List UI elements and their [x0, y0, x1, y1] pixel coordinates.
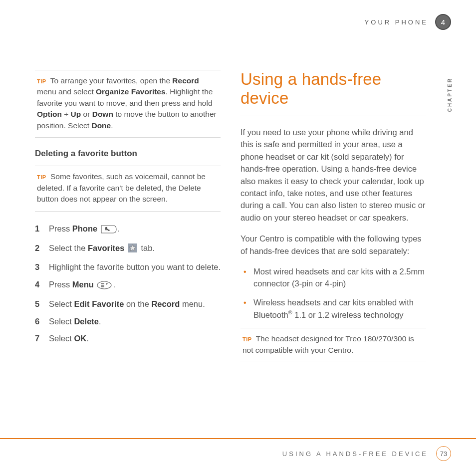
- side-chapter-label: CHAPTER: [447, 77, 453, 112]
- page-number-badge: 73: [436, 446, 451, 461]
- right-column: Using a hands-free device If you need to…: [240, 70, 426, 441]
- step-item: Select the Favorites tab.: [35, 242, 221, 256]
- tip-text: The headset designed for Treo 180/270/30…: [242, 334, 414, 354]
- step-item: Select OK.: [35, 332, 221, 345]
- page-header: YOUR PHONE 4: [365, 14, 451, 30]
- tip-box-delete-restriction: TIP Some favorites, such as voicemail, c…: [35, 166, 221, 211]
- tip-box-treo-headset: TIP The headset designed for Treo 180/27…: [240, 328, 426, 362]
- step-item: Highlight the favorite button you want t…: [35, 261, 221, 273]
- section-rule: [240, 115, 426, 115]
- favorites-star-icon: [128, 243, 138, 256]
- subheading-deleting-favorite: Deleting a favorite button: [35, 149, 221, 159]
- registered-mark: ®: [288, 309, 292, 315]
- tip-text: To arrange your favorites, open the Reco…: [37, 76, 217, 130]
- page-content: TIP To arrange your favorites, open the …: [35, 70, 426, 441]
- left-column: TIP To arrange your favorites, open the …: [35, 70, 221, 441]
- tip-label: TIP: [37, 174, 46, 180]
- step-item: Select Delete.: [35, 315, 221, 328]
- svg-rect-5: [101, 286, 104, 287]
- steps-list: Press Phone . Select the Favorites tab. …: [35, 223, 221, 345]
- phone-button-icon: [101, 225, 117, 237]
- tip-label: TIP: [242, 336, 252, 342]
- svg-rect-3: [101, 283, 104, 284]
- step-item: Press Phone .: [35, 223, 221, 237]
- step-item: Press Menu .: [35, 278, 221, 293]
- page-footer: USING A HANDS-FREE DEVICE 73: [0, 438, 476, 461]
- svg-rect-4: [101, 285, 104, 285]
- header-section-title: YOUR PHONE: [365, 18, 428, 26]
- step-item: Select Edit Favorite on the Record menu.: [35, 298, 221, 310]
- menu-button-icon: [97, 280, 112, 293]
- footer-section-title: USING A HANDS-FREE DEVICE: [282, 450, 428, 458]
- section-title: Using a hands-free device: [240, 70, 426, 108]
- bullet-item: Most wired headsets and car kits with a …: [240, 266, 426, 290]
- bullet-item: Wireless headsets and car kits enabled w…: [240, 297, 426, 321]
- body-paragraph: Your Centro is compatible with the follo…: [240, 233, 426, 257]
- chapter-number-badge: 4: [435, 14, 451, 30]
- bullet-list: Most wired headsets and car kits with a …: [240, 266, 426, 321]
- body-paragraph: If you need to use your phone while driv…: [240, 126, 426, 224]
- tip-box-organize-favorites: TIP To arrange your favorites, open the …: [35, 70, 221, 138]
- tip-label: TIP: [37, 78, 46, 84]
- tip-text: Some favorites, such as voicemail, canno…: [37, 172, 206, 203]
